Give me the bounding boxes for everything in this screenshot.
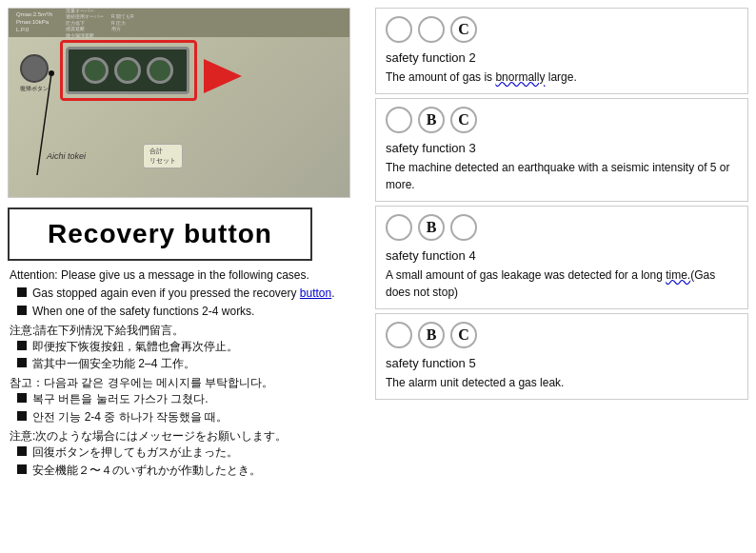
bullet-ko-1-text: 복구 버튼을 눌러도 가스가 그쳤다. — [32, 391, 209, 407]
bullet-zh-1-text: 即便按下恢復按鈕，氣體也會再次停止。 — [32, 339, 238, 355]
red-arrow — [204, 59, 242, 93]
bullet-square-2 — [17, 306, 27, 315]
bullet-square-zh-1 — [17, 341, 27, 350]
bullet-en-1: Gas stopped again even if you pressed th… — [17, 286, 362, 302]
bullet-zh-2-text: 當其中一個安全功能 2–4 工作。 — [32, 356, 195, 372]
sf2-letter-c: C — [458, 21, 469, 38]
device-top-bar: Qmax:2.5m³/hPmax:10kPaL.P.0 流量オーバー連続使用オー… — [9, 9, 349, 37]
sf3-header: B C — [386, 107, 738, 133]
bullet-en-1-text: Gas stopped again even if you pressed th… — [32, 286, 335, 302]
sf5-letter-b: B — [427, 326, 437, 344]
device-bottom-row: Aichi tokei 合計リセット — [47, 144, 183, 168]
sf4-icon-2: B — [418, 214, 445, 241]
bullet-ko-2: 안전 기능 2-4 중 하나가 작동했을 때。 — [17, 409, 362, 425]
bullet-ja-1: 回復ボタンを押してもガスが止まった。 — [17, 444, 362, 461]
button-link[interactable]: button — [300, 286, 331, 300]
safety-card-4: B safety function 4 A small amount of ga… — [375, 206, 748, 309]
svg-point-1 — [49, 70, 54, 76]
sf5-icon-2: B — [418, 322, 445, 348]
bullet-list-ko: 복구 버튼을 눌러도 가스가 그쳤다. 안전 기능 2-4 중 하나가 작동했을… — [10, 391, 362, 425]
safety-card-3: B C safety function 3 The machine detect… — [375, 98, 748, 202]
bullet-square-1 — [17, 287, 27, 297]
sf3-icon-2: B — [418, 107, 445, 133]
attention-title-en: Attention: Please give us a message in t… — [10, 267, 362, 284]
reset-label: 合計リセット — [149, 148, 176, 164]
sf5-title: safety function 5 — [386, 356, 738, 370]
bullet-square-ja-1 — [17, 446, 27, 456]
device-specs-text: Qmax:2.5m³/hPmax:10kPaL.P.0 — [16, 11, 52, 33]
sf4-desc: A small amount of gas leakage was detect… — [386, 267, 738, 301]
fukkyu-label: 復帰ボタン — [20, 85, 49, 93]
red-border-highlight — [60, 40, 197, 101]
sf5-letter-c: C — [458, 326, 469, 344]
device-image: Qmax:2.5m³/hPmax:10kPaL.P.0 流量オーバー連続使用オー… — [8, 8, 350, 198]
sf4-letter-b: B — [427, 219, 437, 236]
sf3-icon-3: C — [450, 107, 477, 133]
sf3-desc: The machine detected an earthquake with … — [386, 159, 738, 193]
sf4-title: safety function 4 — [386, 248, 738, 263]
sf4-icon-3 — [450, 214, 477, 241]
recovery-button-knob: 復帰ボタン — [20, 54, 49, 93]
attention-ko: 참고：다음과 같은 경우에는 메시지를 부탁합니다。 — [10, 374, 362, 391]
sf3-title: safety function 3 — [386, 141, 738, 155]
device-body: Qmax:2.5m³/hPmax:10kPaL.P.0 流量オーバー連続使用オー… — [9, 9, 349, 197]
bullet-en-2-text: When one of the safety functions 2-4 wor… — [32, 304, 254, 320]
sf4-header: B — [386, 214, 738, 241]
sf5-header: B C — [386, 322, 738, 348]
bullet-list-ja: 回復ボタンを押してもガスが止まった。 安全機能２〜４のいずれかが作動したとき。 — [10, 444, 362, 479]
bullet-ja-2-text: 安全機能２〜４のいずれかが作動したとき。 — [32, 463, 261, 479]
bullet-list-zh: 即便按下恢復按鈕，氣體也會再次停止。 當其中一個安全功能 2–4 工作。 — [10, 339, 362, 373]
right-panel: C safety function 2 The amount of gas is… — [371, 0, 756, 553]
bullet-list-en: Gas stopped again even if you pressed th… — [10, 286, 362, 320]
sf2-icon-3: C — [450, 16, 477, 43]
sf3-letter-c: C — [458, 111, 469, 128]
sf4-underline-time: time. — [666, 268, 690, 282]
safety-card-2: C safety function 2 The amount of gas is… — [375, 8, 748, 94]
device-right-info: R 開てもRR 圧力用方 — [111, 13, 134, 32]
attention-block: Attention: Please give us a message in t… — [8, 267, 364, 480]
sf2-title: safety function 2 — [386, 50, 738, 65]
sf2-header: C — [386, 16, 738, 43]
sf5-icon-1 — [386, 322, 412, 348]
recovery-button-label-box: Recovery button — [8, 207, 312, 261]
sf2-wavy-word: bnormally — [495, 70, 545, 84]
safety-card-5: B C safety function 5 The alarm unit det… — [375, 313, 748, 400]
sf2-icon-1 — [386, 16, 412, 43]
bullet-square-ko-1 — [17, 393, 27, 403]
bullet-square-ko-2 — [17, 411, 27, 421]
bullet-square-zh-2 — [17, 358, 27, 367]
brand-text: Aichi tokei — [47, 151, 86, 161]
sf5-desc: The alarm unit detected a gas leak. — [386, 374, 738, 391]
bullet-square-ja-2 — [17, 464, 27, 474]
bullet-zh-2: 當其中一個安全功能 2–4 工作。 — [17, 356, 362, 372]
bullet-ja-2: 安全機能２〜４のいずれかが作動したとき。 — [17, 463, 362, 479]
bullet-zh-1: 即便按下恢復按鈕，氣體也會再次停止。 — [17, 339, 362, 355]
bullet-ko-1: 복구 버튼을 눌러도 가스가 그쳤다. — [17, 391, 362, 407]
bullet-ko-2-text: 안전 기능 2-4 중 하나가 작동했을 때。 — [32, 409, 228, 425]
sf5-icon-3: C — [450, 322, 477, 348]
attention-ja: 注意:次のような場合にはメッセージをお願いします。 — [10, 427, 362, 444]
sf3-letter-b: B — [427, 111, 437, 128]
device-info-text: 流量オーバー連続使用オーバー圧力低下感震遮断微少漏洩遮断 — [66, 8, 104, 38]
button-circle — [20, 54, 49, 83]
sf4-icon-1 — [386, 214, 412, 241]
attention-zh: 注意:請在下列情況下給我們留言。 — [10, 322, 362, 339]
sf2-desc: The amount of gas is bnormally large. — [386, 69, 738, 86]
bullet-en-2: When one of the safety functions 2-4 wor… — [17, 304, 362, 320]
sf2-icon-2 — [418, 16, 445, 43]
recovery-button-text: Recovery button — [48, 219, 272, 248]
reset-button: 合計リセット — [143, 144, 183, 168]
left-panel: Qmax:2.5m³/hPmax:10kPaL.P.0 流量オーバー連続使用オー… — [0, 0, 371, 553]
bullet-ja-1-text: 回復ボタンを押してもガスが止まった。 — [32, 444, 238, 461]
sf3-icon-1 — [386, 107, 412, 133]
